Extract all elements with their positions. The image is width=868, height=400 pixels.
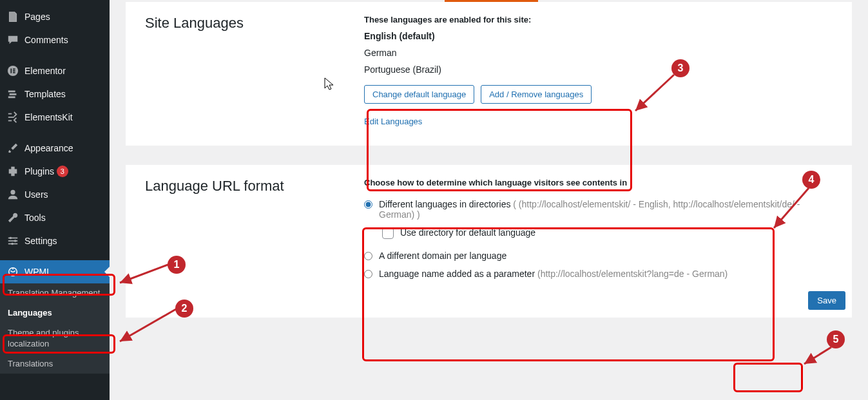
mouse-cursor-icon [324,77,334,93]
annotation-marker-2: 2 [175,300,193,318]
templates-icon [6,88,19,100]
wpml-submenu: Translation Management Languages Theme a… [0,283,110,374]
sidebar-item-label: Comments [24,35,68,45]
sidebar-item-plugins[interactable]: Plugins 3 [0,160,110,183]
sidebar-item-label: Appearance [24,143,73,153]
sidebar-item-label: WPML [24,267,52,277]
sidebar-item-label: ElementsKit [24,112,73,122]
svg-rect-4 [13,72,15,73]
svg-rect-6 [8,117,14,118]
sliders-icon [6,234,19,247]
save-button[interactable]: Save [808,291,845,310]
content-area: Site Languages These languages are enabl… [110,0,868,400]
sidebar-item-label: Elementor [24,66,66,76]
submenu-item-languages[interactable]: Languages [0,303,110,323]
language-url-format-panel: Language URL format Choose how to determ… [126,165,852,318]
annotation-marker-5: 5 [827,330,845,348]
sidebar-item-elementor[interactable]: Elementor [0,59,110,82]
svg-rect-5 [8,113,12,115]
language-row: Portuguese (Brazil) [364,64,833,75]
submenu-item-translations[interactable]: Translations [0,354,110,374]
page-icon [6,10,19,23]
comment-icon [6,33,19,46]
annotation-marker-3: 3 [671,59,690,77]
use-directory-default-checkbox-row[interactable]: Use directory for default language [382,227,833,239]
edit-languages-link[interactable]: Edit Languages [364,117,422,126]
url-option-directories[interactable]: Different languages in directories ( (ht… [364,199,833,220]
language-row: German [364,48,833,58]
url-option-parameter-radio[interactable] [364,270,372,278]
sidebar-item-comments[interactable]: Comments [0,28,110,52]
brush-icon [6,142,19,155]
svg-rect-1 [10,68,12,73]
plugin-icon [6,165,19,178]
annotation-marker-1: 1 [168,256,186,274]
sidebar-item-settings[interactable]: Settings [0,229,110,252]
sidebar-item-label: Pages [24,12,50,22]
svg-rect-7 [8,120,12,122]
annotation-marker-4: 4 [802,171,820,189]
elementskit-icon [6,111,19,124]
url-option-domain[interactable]: A different domain per language [364,251,833,261]
site-languages-panel: Site Languages These languages are enabl… [126,2,852,146]
change-default-language-button[interactable]: Change default language [364,85,474,104]
wrench-icon [6,211,19,224]
sidebar-item-pages[interactable]: Pages [0,5,110,28]
submenu-item-theme-plugins-localization[interactable]: Theme and plugins localization [0,323,110,354]
svg-point-8 [10,190,15,195]
add-remove-languages-button[interactable]: Add / Remove languages [481,85,592,104]
language-row-default: English (default) [364,31,833,41]
admin-sidebar: Pages Comments Elementor Templates Eleme… [0,0,110,400]
submenu-item-translation-management[interactable]: Translation Management [0,283,110,303]
svg-point-13 [14,240,17,242]
sidebar-item-label: Settings [24,236,57,246]
url-option-domain-radio[interactable] [364,252,372,260]
sidebar-item-elementskit[interactable]: ElementsKit [0,106,110,129]
svg-point-14 [11,243,14,245]
sidebar-item-label: Users [24,189,48,200]
site-languages-title: Site Languages [145,15,364,32]
svg-rect-2 [13,68,15,70]
sidebar-item-wpml[interactable]: WPML [0,260,110,283]
sidebar-item-label: Templates [24,89,66,99]
sidebar-item-tools[interactable]: Tools [0,206,110,229]
use-directory-default-checkbox[interactable] [382,227,394,239]
elementor-icon [6,64,19,77]
plugins-count-badge: 3 [57,166,68,177]
site-languages-intro: These languages are enabled for this sit… [364,15,833,24]
sidebar-item-appearance[interactable]: Appearance [0,137,110,160]
url-option-directories-radio[interactable] [364,200,372,209]
sidebar-item-templates[interactable]: Templates [0,82,110,106]
sidebar-item-label: Tools [24,213,46,223]
url-format-intro: Choose how to determine which language v… [364,178,833,187]
language-list: English (default) German Portuguese (Bra… [364,31,833,75]
url-option-parameter[interactable]: Language name added as a parameter (http… [364,269,833,279]
sidebar-item-users[interactable]: Users [0,183,110,206]
sidebar-item-label: Plugins [24,166,54,176]
svg-rect-3 [13,70,15,71]
user-icon [6,188,19,201]
svg-point-12 [10,237,12,240]
wpml-icon [6,265,19,278]
language-url-format-title: Language URL format [145,178,364,195]
